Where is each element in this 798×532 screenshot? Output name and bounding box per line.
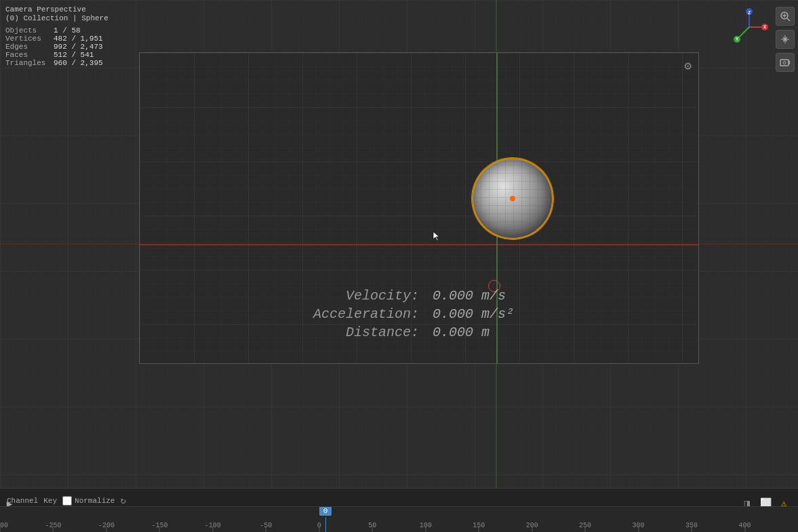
- normalize-area: Normalize: [62, 496, 115, 506]
- svg-line-16: [738, 27, 749, 38]
- ruler-label: -50: [260, 522, 272, 529]
- timeline-panel: ▶ Channel Key Normalize ↻ ◨ ⬜ ⚠ -300-250…: [0, 488, 798, 532]
- refresh-icon[interactable]: ↻: [120, 495, 125, 506]
- svg-point-25: [783, 62, 786, 64]
- svg-text:Z: Z: [748, 10, 751, 16]
- camera-view: ⚙ Velocity: 0.000 m/s Acceleration: 0.00…: [139, 52, 699, 364]
- frame-number: 0: [319, 506, 332, 516]
- origin-marker: [488, 280, 500, 292]
- settings-icon[interactable]: ⚙: [684, 58, 692, 73]
- svg-line-20: [787, 18, 790, 21]
- ruler-label: 250: [579, 522, 591, 529]
- triangles-label: Triangles: [5, 59, 49, 67]
- sphere-mesh: [472, 158, 553, 239]
- ruler-label: 50: [368, 522, 376, 529]
- viewport: ⚙ Velocity: 0.000 m/s Acceleration: 0.00…: [0, 0, 798, 488]
- triangles-value: 960 / 2,395: [54, 59, 103, 67]
- axis-widget: Z X Y: [729, 7, 770, 47]
- ruler-label: 350: [685, 522, 698, 529]
- ruler-label: -100: [205, 522, 221, 529]
- camera-button[interactable]: [776, 53, 795, 72]
- objects-label: Objects: [5, 26, 49, 35]
- ruler-label: 100: [420, 522, 432, 529]
- ruler-label: -150: [151, 522, 167, 529]
- svg-rect-7: [140, 53, 698, 363]
- edges-value: 992 / 2,473: [54, 43, 103, 51]
- objects-value: 1 / 58: [54, 26, 81, 35]
- current-frame-indicator: 0: [319, 506, 332, 532]
- faces-label: Faces: [5, 51, 49, 59]
- zoom-button[interactable]: [776, 7, 795, 26]
- faces-value: 512 / 541: [54, 51, 94, 59]
- ruler-label: 400: [739, 522, 751, 529]
- normalize-checkbox[interactable]: [62, 496, 72, 506]
- edges-label: Edges: [5, 43, 49, 51]
- pan-button[interactable]: [776, 30, 795, 49]
- sphere-origin: [510, 196, 515, 201]
- viewport-title: Camera Perspective: [5, 5, 108, 14]
- ruler-label: 200: [526, 522, 538, 529]
- ruler-label: 150: [473, 522, 485, 529]
- stats-panel: Camera Perspective (0) Collection | Sphe…: [5, 5, 108, 67]
- ruler-label: -250: [45, 522, 61, 529]
- viewport-subtitle: (0) Collection | Sphere: [5, 14, 108, 22]
- timeline-ruler[interactable]: -300-250-200-150-100-5005010015020025030…: [0, 506, 798, 532]
- svg-rect-23: [780, 60, 789, 66]
- ruler-label: 300: [633, 522, 645, 529]
- key-label: Key: [43, 497, 57, 505]
- frame-line: [325, 517, 326, 532]
- normalize-label: Normalize: [75, 497, 115, 505]
- vertices-label: Vertices: [5, 35, 49, 43]
- ruler-label: -200: [98, 522, 115, 529]
- right-toolbar: [776, 7, 795, 72]
- ruler-label: -300: [0, 522, 8, 529]
- sphere-object: [472, 158, 553, 239]
- vertices-value: 482 / 1,951: [54, 35, 103, 43]
